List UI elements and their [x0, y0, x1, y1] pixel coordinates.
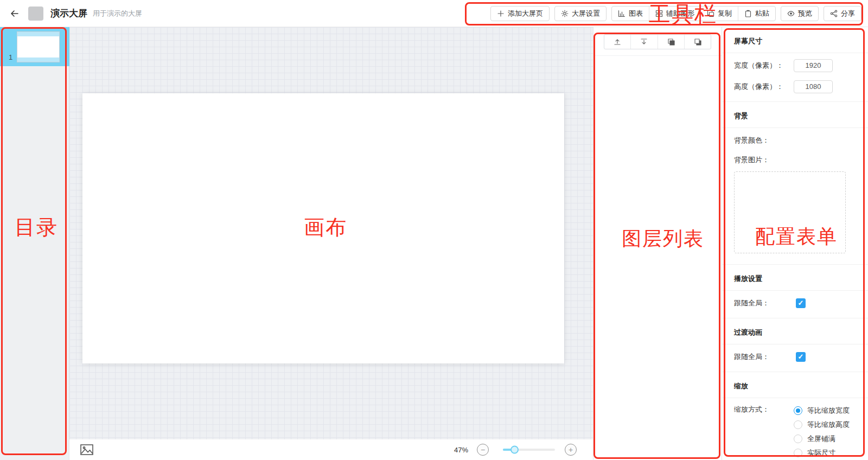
toolbar: 添加大屏页 大屏设置 图表 辅助图形 [490, 6, 861, 21]
canvas-area[interactable]: 47% − + [69, 27, 593, 460]
insert-clipboard-group: 图表 辅助图形 复制 粘贴 [611, 6, 776, 21]
radio-option-scale-height[interactable]: 等比缩放高度 [794, 419, 850, 430]
page-number: 1 [9, 53, 12, 61]
page-list-item[interactable]: 1 [0, 27, 69, 66]
transition-follow-global-label: 跟随全局： [734, 352, 794, 362]
radio-option-label: 等比缩放高度 [807, 420, 850, 430]
copy-button[interactable]: 复制 [700, 7, 738, 21]
section-title-screen-size: 屏幕尺寸 [722, 27, 868, 53]
gear-icon [561, 10, 569, 17]
radio-option-label: 全屏铺满 [807, 434, 835, 444]
clipboard-icon [744, 10, 752, 17]
radio-icon [794, 435, 802, 443]
radio-icon [794, 420, 802, 429]
shapes-grid-icon [655, 10, 663, 17]
canvas-page[interactable] [82, 93, 564, 363]
copy-icon [707, 10, 714, 17]
background-image-upload-box[interactable] [734, 171, 846, 253]
background-image-label: 背景图片： [734, 155, 794, 165]
zoom-in-button[interactable]: + [565, 444, 577, 456]
height-label: 高度（像素）： [734, 82, 794, 92]
layer-order-toolbar [604, 34, 711, 49]
radio-option-fullscreen-fill[interactable]: 全屏铺满 [794, 433, 850, 444]
header-bar: 演示大屏 用于演示的大屏 添加大屏页 大屏设置 图表 [0, 0, 868, 27]
section-screen-size: 宽度（像素）： 高度（像素）： [722, 53, 868, 102]
screen-settings-button[interactable]: 大屏设置 [554, 6, 607, 21]
paste-button[interactable]: 粘贴 [738, 7, 775, 21]
transition-follow-global-checkbox[interactable]: ✓ [796, 352, 806, 362]
radio-option-actual-size[interactable]: 实际尺寸 [794, 447, 850, 458]
canvas-bottom-bar: 47% − + [69, 439, 593, 460]
chart-label: 图表 [629, 9, 643, 18]
radio-icon [794, 449, 802, 457]
page-catalog-sidebar: 1 [0, 27, 69, 460]
screen-settings-label: 大屏设置 [572, 9, 600, 18]
layer-list-panel [593, 27, 722, 460]
add-page-button[interactable]: 添加大屏页 [490, 6, 550, 21]
section-background: 背景颜色： 背景图片： [722, 128, 868, 265]
aux-shapes-label: 辅助图形 [666, 9, 694, 18]
share-button[interactable]: 分享 [824, 6, 861, 21]
move-to-top-icon [613, 37, 622, 46]
plus-icon [497, 10, 505, 17]
section-title-scale: 缩放 [722, 372, 868, 398]
page-thumbnail [17, 31, 60, 62]
scale-mode-radio-group: 等比缩放宽度 等比缩放高度 全屏铺满 实际尺寸 [794, 405, 850, 460]
zoom-percent: 47% [454, 446, 468, 454]
width-label: 宽度（像素）： [734, 61, 794, 71]
send-backward-icon [693, 37, 702, 46]
arrow-left-icon [10, 9, 20, 18]
check-icon: ✓ [798, 353, 804, 360]
zoom-slider-knob[interactable] [510, 446, 519, 454]
background-color-label: 背景颜色： [734, 136, 794, 145]
thumbnail-band [17, 32, 59, 36]
bring-forward-icon [667, 37, 675, 46]
back-button[interactable] [8, 7, 22, 21]
zoom-slider[interactable] [503, 449, 555, 451]
config-form-panel: 屏幕尺寸 宽度（像素）： 高度（像素）： 背景 背景颜色： 背景图片： 播放设置… [722, 27, 868, 460]
move-to-top-button[interactable] [604, 35, 630, 49]
move-to-bottom-button[interactable] [630, 35, 657, 49]
page-subtitle: 用于演示的大屏 [93, 9, 142, 18]
preview-button[interactable]: 预览 [781, 6, 819, 21]
preview-label: 预览 [798, 9, 812, 18]
check-icon: ✓ [798, 299, 804, 306]
section-title-play-settings: 播放设置 [722, 265, 868, 291]
radio-icon-checked [794, 406, 802, 415]
page-title: 演示大屏 [50, 7, 87, 20]
app-logo [28, 7, 43, 21]
send-backward-button[interactable] [684, 35, 711, 49]
section-play-settings: 跟随全局： ✓ [722, 291, 868, 318]
share-icon [830, 10, 838, 17]
radio-option-label: 等比缩放宽度 [807, 406, 850, 416]
aux-shapes-button[interactable]: 辅助图形 [649, 7, 700, 21]
bring-forward-button[interactable] [658, 35, 684, 49]
radio-option-scale-width[interactable]: 等比缩放宽度 [794, 405, 850, 416]
paste-label: 粘贴 [755, 9, 769, 18]
zoom-controls: 47% − + [454, 444, 577, 456]
scale-mode-label: 缩放方式： [734, 405, 794, 414]
section-scale: 缩放方式： 等比缩放宽度 等比缩放高度 全屏铺满 实际尺寸 [722, 398, 868, 460]
thumbnail-band [17, 58, 59, 62]
chart-button[interactable]: 图表 [612, 7, 649, 21]
eye-icon [787, 10, 795, 17]
share-label: 分享 [841, 9, 855, 18]
minimap-toggle-button[interactable] [80, 444, 93, 455]
play-follow-global-checkbox[interactable]: ✓ [796, 298, 806, 308]
play-follow-global-label: 跟随全局： [734, 298, 794, 308]
layer-panel-divider [593, 55, 722, 56]
bar-chart-icon [618, 10, 626, 17]
radio-option-label: 实际尺寸 [807, 448, 835, 458]
section-transition: 跟随全局： ✓ [722, 344, 868, 372]
add-page-label: 添加大屏页 [508, 9, 543, 18]
section-title-background: 背景 [722, 102, 868, 128]
copy-label: 复制 [718, 9, 732, 18]
width-input[interactable] [794, 59, 833, 72]
move-to-bottom-icon [640, 37, 648, 46]
zoom-out-button[interactable]: − [477, 444, 489, 456]
image-icon [80, 444, 93, 455]
height-input[interactable] [794, 80, 833, 93]
section-title-transition: 过渡动画 [722, 318, 868, 344]
